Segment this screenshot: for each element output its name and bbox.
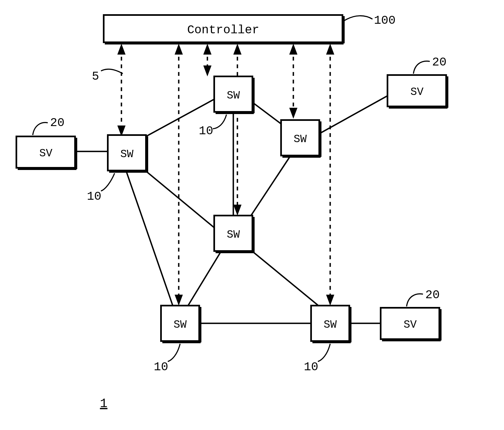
ref-control-link: 5: [92, 70, 99, 83]
svg-rect-59: [439, 309, 442, 341]
svg-rect-56: [446, 76, 448, 108]
svg-marker-29: [326, 295, 334, 306]
svg-rect-50: [349, 307, 351, 342]
sw-label: SW: [174, 319, 187, 331]
svg-rect-41: [319, 121, 321, 157]
svg-rect-31: [105, 42, 344, 44]
svg-line-5: [246, 151, 293, 224]
sv-label: SV: [404, 319, 417, 331]
sw-center: SW: [214, 216, 255, 253]
svg-marker-25: [289, 44, 297, 55]
svg-rect-52: [18, 168, 76, 170]
sv-label: SV: [410, 86, 424, 98]
svg-marker-20: [203, 65, 211, 76]
ref-sw: 10: [199, 124, 213, 138]
sw-label: SW: [294, 133, 307, 145]
sw-bottom-right: SW: [311, 306, 351, 343]
sw-top: SW: [214, 76, 255, 114]
sw-label: SW: [120, 148, 133, 160]
svg-rect-43: [216, 251, 254, 253]
svg-line-7: [247, 247, 323, 310]
ref-sw: 10: [87, 190, 102, 203]
controller-label: Controller: [187, 23, 259, 37]
figure-number: 1: [100, 397, 108, 411]
ref-sv: 20: [432, 55, 447, 69]
sw-label: SW: [324, 319, 337, 331]
svg-marker-13: [117, 44, 126, 55]
network-diagram: Controller SW SW SW SW SW: [0, 0, 504, 430]
ref-sv: 20: [50, 116, 65, 130]
svg-rect-38: [146, 136, 148, 172]
sv-bottom-right: SV: [381, 308, 442, 341]
sv-top-right: SV: [387, 75, 448, 109]
ref-sw: 10: [154, 360, 168, 374]
svg-rect-58: [382, 339, 441, 341]
svg-rect-34: [216, 112, 254, 114]
ref-sv: 20: [425, 288, 440, 302]
sw-left: SW: [108, 135, 148, 173]
svg-marker-28: [326, 44, 334, 55]
svg-rect-44: [252, 217, 255, 252]
svg-marker-17: [175, 295, 183, 306]
svg-line-4: [126, 169, 175, 311]
svg-marker-19: [203, 44, 211, 55]
sw-label: SW: [227, 229, 240, 241]
sv-label: SV: [39, 147, 52, 160]
ref-sw: 10: [304, 360, 318, 374]
svg-rect-53: [75, 138, 77, 169]
ref-controller: 100: [374, 14, 395, 27]
svg-rect-46: [162, 341, 201, 343]
sw-bottom-left: SW: [161, 306, 201, 343]
svg-rect-40: [282, 156, 321, 158]
svg-rect-37: [109, 171, 147, 173]
svg-rect-35: [252, 78, 255, 113]
svg-marker-26: [289, 108, 297, 119]
reference-labels: 100 5 20 20 20 10 10 10 10 1: [33, 14, 446, 411]
controller-block: Controller: [104, 15, 345, 44]
svg-rect-55: [389, 106, 448, 109]
svg-marker-22: [233, 44, 241, 55]
svg-rect-49: [312, 341, 351, 343]
svg-rect-47: [199, 307, 201, 342]
svg-line-6: [186, 247, 224, 310]
svg-marker-16: [175, 44, 183, 55]
sv-left: SV: [16, 136, 77, 170]
svg-marker-23: [233, 205, 241, 216]
sw-right-upper: SW: [281, 120, 321, 158]
sw-label: SW: [227, 89, 240, 102]
